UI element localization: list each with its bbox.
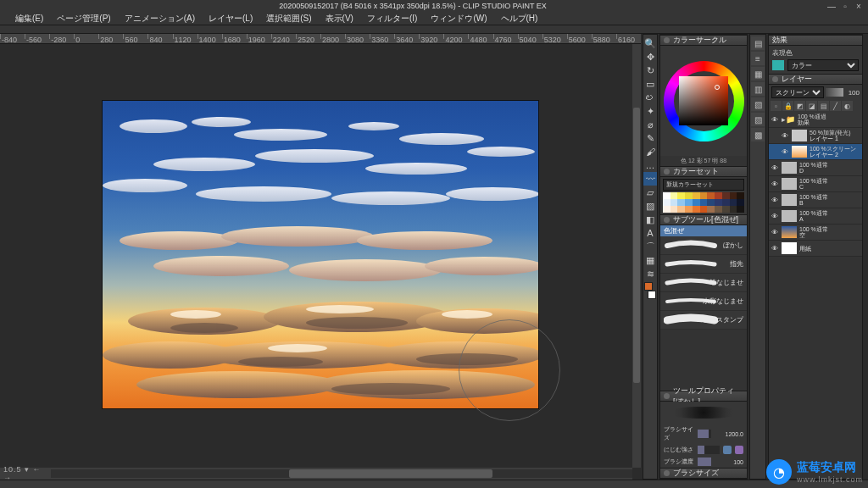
swatch[interactable] <box>663 206 670 213</box>
color-wheel[interactable] <box>660 46 747 156</box>
brush-icon[interactable]: 🖌 <box>643 145 657 158</box>
layer-item[interactable]: 👁100 %通常A <box>769 208 862 225</box>
ruler-layer-icon[interactable]: ╱ <box>830 101 841 111</box>
opacity-slider[interactable] <box>826 88 843 97</box>
autoaction-icon[interactable]: ▩ <box>751 128 765 141</box>
maximize-button[interactable]: ▫ <box>839 1 851 11</box>
reference-icon[interactable]: ◪ <box>806 101 817 111</box>
mask-icon[interactable]: ▤ <box>818 101 829 111</box>
swatch[interactable] <box>685 199 693 206</box>
swatch[interactable] <box>737 206 744 213</box>
menu-view[interactable]: 表示(V) <box>319 12 360 25</box>
swatch[interactable] <box>663 199 670 206</box>
swatch[interactable] <box>715 199 722 206</box>
swatch[interactable] <box>715 206 722 213</box>
swatch[interactable] <box>737 199 744 206</box>
swatch[interactable] <box>707 206 715 213</box>
clip-icon[interactable]: ◩ <box>794 101 805 111</box>
prop-brush-size[interactable]: ブラシサイズ 1200.0 <box>664 425 743 442</box>
text-icon[interactable]: A <box>643 226 657 240</box>
close-button[interactable]: × <box>853 1 865 11</box>
swatch[interactable] <box>700 206 708 213</box>
swatch[interactable] <box>730 199 737 206</box>
menu-edit[interactable]: 編集(E) <box>8 12 50 25</box>
swatch[interactable] <box>685 206 693 213</box>
canvas[interactable] <box>103 101 538 408</box>
swatch[interactable] <box>677 192 685 199</box>
swatch[interactable] <box>663 192 670 199</box>
fill-icon[interactable]: ▨ <box>643 199 657 213</box>
scrollbar-horizontal[interactable] <box>51 469 632 478</box>
timeline-icon[interactable]: ▨ <box>751 113 765 126</box>
lock-transparent-icon[interactable]: ▫ <box>771 101 782 111</box>
subtool-group[interactable]: 色混ぜ <box>660 225 747 236</box>
swatch[interactable] <box>670 199 678 206</box>
subtool-item[interactable]: コピースタンプ <box>660 311 747 330</box>
wand-icon[interactable]: ✦ <box>643 104 657 118</box>
swatch[interactable] <box>722 199 730 206</box>
menu-selection[interactable]: 選択範囲(S) <box>259 12 318 25</box>
blend-icon[interactable]: 〰 <box>643 172 657 186</box>
navigator-icon[interactable]: ▤ <box>751 36 765 50</box>
move-icon[interactable]: ✥ <box>643 50 657 64</box>
subtool-item[interactable]: ぼかし <box>660 236 747 255</box>
swatch[interactable] <box>700 199 708 206</box>
history-icon[interactable]: ≡ <box>751 52 765 65</box>
swatch[interactable] <box>677 199 685 206</box>
prop-blend-strength[interactable]: にじむ強さ <box>664 446 743 454</box>
airbrush-icon[interactable]: … <box>643 158 657 172</box>
palette-icon[interactable]: ◐ <box>842 101 853 111</box>
swatch[interactable] <box>707 192 715 199</box>
expression-color-select[interactable]: カラー <box>787 59 859 71</box>
correction-icon[interactable]: ≋ <box>643 267 657 280</box>
swatch[interactable] <box>730 192 737 199</box>
subtool-item[interactable]: 指先 <box>660 255 747 274</box>
menu-animation[interactable]: アニメーション(A) <box>118 12 202 25</box>
swatch[interactable] <box>693 192 700 199</box>
lock-icon[interactable]: 🔒 <box>782 101 793 111</box>
minimize-button[interactable]: — <box>826 1 837 11</box>
menu-page[interactable]: ページ管理(P) <box>50 12 117 25</box>
swatch[interactable] <box>715 192 722 199</box>
info-icon[interactable]: ▦ <box>751 67 765 80</box>
swatch[interactable] <box>730 206 737 213</box>
select-rect-icon[interactable]: ▭ <box>643 77 657 91</box>
menu-filter[interactable]: フィルター(I) <box>360 12 424 25</box>
color-swap[interactable] <box>644 282 656 299</box>
swatch[interactable] <box>693 206 700 213</box>
swatch[interactable] <box>693 199 700 206</box>
menu-layer[interactable]: レイヤー(L) <box>202 12 259 25</box>
layer-group[interactable]: 👁▸📁100 %通過効果 <box>769 112 862 128</box>
color-swatches[interactable] <box>663 192 744 213</box>
frame-icon[interactable]: ▦ <box>643 253 657 267</box>
subtool-item[interactable]: 筆なじませ <box>660 274 747 292</box>
subtool-item[interactable]: 水彩なじませ <box>660 292 747 311</box>
swatch[interactable] <box>722 192 730 199</box>
lasso-icon[interactable]: ల <box>643 91 657 104</box>
rotate-icon[interactable]: ↻ <box>643 64 657 77</box>
swatch[interactable] <box>670 206 678 213</box>
color-set-dropdown[interactable]: 新規カラーセット <box>663 179 744 191</box>
scrollbar-vertical[interactable] <box>632 44 641 468</box>
blend-mode-select[interactable]: スクリーン <box>771 86 824 98</box>
prop-brush-density[interactable]: ブラシ濃度 100 <box>664 458 743 466</box>
swatch[interactable] <box>700 192 708 199</box>
layer-icon[interactable]: ▥ <box>751 82 765 96</box>
swatch[interactable] <box>722 206 730 213</box>
ruler-icon[interactable]: ⌒ <box>643 240 657 253</box>
swatch[interactable] <box>685 192 693 199</box>
eyedropper-icon[interactable]: ⌀ <box>643 118 657 131</box>
zoom-icon[interactable]: 🔍 <box>643 36 657 50</box>
eraser-icon[interactable]: ▱ <box>643 186 657 199</box>
menu-window[interactable]: ウィンドウ(W) <box>424 12 493 25</box>
swatch[interactable] <box>670 192 678 199</box>
layer-item[interactable]: 👁100 %通常C <box>769 176 862 192</box>
layer-item[interactable]: 👁100 %スクリーンレイヤー 2 <box>769 144 862 160</box>
swatch[interactable] <box>707 199 715 206</box>
layer-item[interactable]: 👁用紙 <box>769 241 862 257</box>
swatch[interactable] <box>737 192 744 199</box>
gradient-icon[interactable]: ◧ <box>643 213 657 226</box>
pen-icon[interactable]: ✎ <box>643 131 657 145</box>
swatch[interactable] <box>677 206 685 213</box>
menu-help[interactable]: ヘルプ(H) <box>494 12 545 25</box>
